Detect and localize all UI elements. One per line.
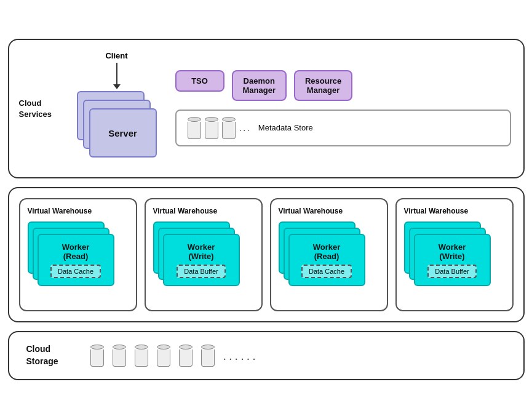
server-stack: Server bbox=[77, 91, 157, 165]
metadata-cyl-2 bbox=[205, 117, 218, 139]
vw2-worker-label: Worker(Write) bbox=[188, 242, 215, 261]
vw3-title: Virtual Warehouse bbox=[279, 207, 379, 215]
vw3-cache-label: Data Cache bbox=[301, 265, 352, 278]
vw1-title: Virtual Warehouse bbox=[28, 207, 129, 215]
cloud-storage-section: CloudStorage ...... bbox=[8, 331, 525, 380]
metadata-cyl-3 bbox=[222, 117, 236, 139]
storage-cyl-6 bbox=[201, 345, 215, 367]
right-components: TSO DaemonManager ResourceManager bbox=[175, 70, 511, 146]
vw2-card-front: Worker(Write) Data Buffer bbox=[163, 234, 240, 286]
vw1-worker-label: Worker(Read) bbox=[62, 242, 90, 261]
vw1-worker-stack: Worker(Read) Data Cache bbox=[28, 221, 129, 301]
vw4-card-front: Worker(Write) Data Buffer bbox=[414, 234, 491, 286]
virtual-warehouse-4: Virtual Warehouse Worker(Write) Data Buf… bbox=[395, 198, 514, 311]
cloud-storage-label: CloudStorage bbox=[26, 343, 76, 367]
cloud-services-section: CloudServices Client Server TSO DaemonM bbox=[8, 39, 525, 178]
warehouses-section: Virtual Warehouse Worker(Read) Data Cach… bbox=[8, 187, 525, 322]
client-label: Client bbox=[105, 51, 127, 60]
vw2-worker-stack: Worker(Write) Data Buffer bbox=[153, 221, 254, 301]
cloud-services-label: CloudServices bbox=[19, 98, 52, 120]
vw4-worker-label: Worker(Write) bbox=[439, 242, 466, 261]
vw3-worker-stack: Worker(Read) Data Cache bbox=[279, 221, 379, 301]
vw1-cache-label: Data Cache bbox=[50, 265, 101, 278]
metadata-store-box: ... Metadata Store bbox=[175, 110, 511, 146]
metadata-cylinders: ... bbox=[188, 117, 251, 139]
virtual-warehouse-2: Virtual Warehouse Worker(Write) Data Buf… bbox=[145, 198, 263, 311]
storage-cylinders: ...... bbox=[90, 345, 506, 367]
storage-cyl-1 bbox=[90, 345, 104, 367]
vw2-cache-label: Data Buffer bbox=[177, 265, 225, 278]
storage-cyl-4 bbox=[157, 345, 170, 367]
vw3-worker-label: Worker(Read) bbox=[313, 242, 341, 261]
architecture-diagram: CloudServices Client Server TSO DaemonM bbox=[8, 39, 525, 380]
storage-cyl-5 bbox=[179, 345, 193, 367]
metadata-cyl-1 bbox=[188, 117, 201, 139]
virtual-warehouse-1: Virtual Warehouse Worker(Read) Data Cach… bbox=[19, 198, 137, 311]
metadata-dots: ... bbox=[239, 122, 251, 134]
client-server-group: Client Server bbox=[77, 51, 157, 165]
daemon-manager-box: DaemonManager bbox=[232, 70, 287, 101]
storage-cyl-2 bbox=[113, 345, 126, 367]
server-label: Server bbox=[108, 128, 137, 138]
service-boxes: TSO DaemonManager ResourceManager bbox=[175, 70, 511, 101]
vw2-title: Virtual Warehouse bbox=[153, 207, 254, 215]
vw1-card-front: Worker(Read) Data Cache bbox=[38, 234, 114, 286]
storage-dots: ...... bbox=[223, 349, 258, 363]
resource-manager-box: ResourceManager bbox=[294, 70, 352, 101]
vw3-card-front: Worker(Read) Data Cache bbox=[288, 234, 365, 286]
vw4-cache-label: Data Buffer bbox=[427, 265, 476, 278]
virtual-warehouse-3: Virtual Warehouse Worker(Read) Data Cach… bbox=[270, 198, 388, 311]
client-arrow bbox=[116, 63, 117, 85]
vw4-title: Virtual Warehouse bbox=[404, 207, 505, 215]
metadata-label: Metadata Store bbox=[258, 123, 313, 132]
storage-cyl-3 bbox=[135, 345, 148, 367]
server-card-front: Server bbox=[89, 108, 157, 158]
vw4-worker-stack: Worker(Write) Data Buffer bbox=[404, 221, 505, 301]
tso-box: TSO bbox=[175, 70, 224, 92]
